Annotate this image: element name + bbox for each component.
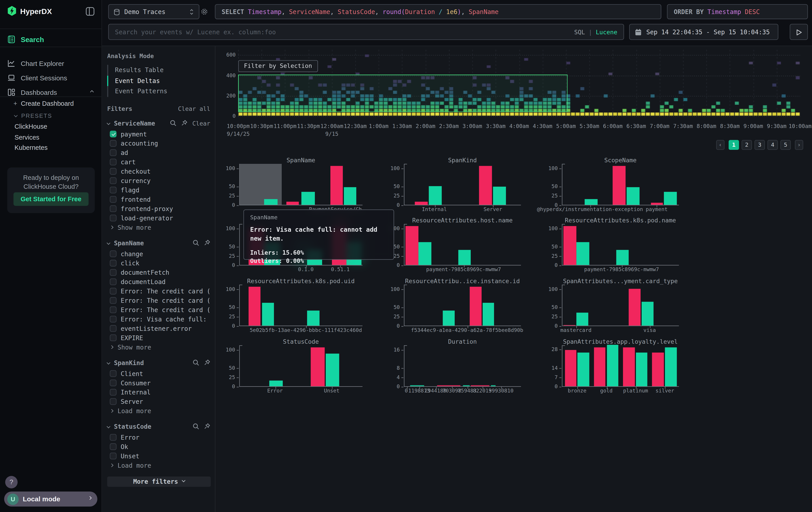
checkbox-unchecked[interactable] [110, 278, 117, 285]
checkbox-unchecked[interactable] [110, 389, 117, 396]
filter-option-error[interactable]: Error [107, 433, 210, 442]
filter-option-error-the-credit-card-[interactable]: Error: The credit card (… [107, 296, 210, 305]
load-more-button[interactable]: Load more [107, 406, 210, 415]
checkbox-unchecked[interactable] [110, 434, 117, 440]
outliers-bar[interactable] [613, 166, 626, 205]
inliers-bar[interactable] [443, 310, 455, 325]
inliers-bar[interactable] [576, 313, 588, 325]
inliers-bar[interactable] [429, 186, 442, 205]
filter-option-checkout[interactable]: checkout [107, 167, 210, 176]
outliers-bar[interactable] [249, 287, 261, 326]
heatmap-selection-box[interactable] [238, 75, 568, 112]
mode-results-table[interactable]: Results Table [107, 65, 210, 76]
inliers-bar[interactable] [264, 199, 278, 205]
inliers-bar[interactable] [607, 345, 618, 386]
page-button-3[interactable]: 3 [754, 140, 765, 150]
filter-option-expire[interactable]: EXPIRE [107, 333, 210, 342]
data-source-select[interactable]: Demo Traces [108, 4, 199, 19]
checkbox-unchecked[interactable] [110, 187, 117, 193]
filter-option-error-visa-cache-full-[interactable]: Error: Visa cache full: … [107, 315, 210, 324]
filter-option-unset[interactable]: Unset [107, 451, 210, 461]
get-started-button[interactable]: Get Started for Free [13, 192, 89, 206]
pin-icon[interactable] [204, 423, 210, 430]
checkbox-unchecked[interactable] [110, 380, 117, 386]
order-by-input[interactable]: ORDER BY Timestamp DESC [667, 4, 808, 19]
inliers-bar[interactable] [483, 303, 494, 326]
page-prev-button[interactable]: ‹ [716, 140, 724, 150]
filter-option-ad[interactable]: ad [107, 148, 210, 157]
outliers-bar[interactable] [415, 202, 428, 205]
filter-option-frontend-proxy[interactable]: frontend-proxy [107, 204, 210, 213]
outliers-bar[interactable] [629, 289, 640, 325]
inliers-bar[interactable] [344, 187, 356, 205]
preset-item-clickhouse[interactable]: ClickHouse [14, 123, 47, 130]
lucene-toggle[interactable]: Lucene [596, 28, 617, 36]
chart-plot[interactable] [404, 345, 521, 387]
search-icon[interactable] [170, 120, 177, 127]
chart-plot[interactable] [404, 224, 521, 265]
sidebar-collapse-icon[interactable] [85, 7, 95, 16]
outliers-bar[interactable] [594, 348, 605, 386]
filter-section-header-StatusCode[interactable]: StatusCode [107, 420, 210, 433]
page-next-button[interactable]: › [795, 140, 803, 150]
sql-toggle[interactable]: SQL [574, 28, 585, 36]
clear-all-button[interactable]: Clear all [178, 105, 210, 112]
search-input[interactable] [109, 24, 624, 39]
outliers-bar[interactable] [286, 202, 299, 205]
inliers-bar[interactable] [326, 354, 339, 386]
inliers-bar[interactable] [627, 187, 639, 205]
pin-icon[interactable] [181, 120, 188, 127]
inliers-bar[interactable] [642, 302, 653, 326]
checkbox-unchecked[interactable] [110, 288, 117, 295]
presets-toggle[interactable]: PRESETS [14, 112, 52, 119]
search-icon[interactable] [193, 359, 199, 366]
inliers-bar[interactable] [262, 303, 274, 326]
checkbox-unchecked[interactable] [110, 370, 117, 377]
chart-plot[interactable] [562, 345, 679, 387]
page-button-4[interactable]: 4 [767, 140, 778, 150]
checkbox-unchecked[interactable] [110, 159, 117, 165]
filter-option-payment[interactable]: payment [107, 129, 210, 139]
filter-option-eventlistener-error[interactable]: eventListener.error [107, 324, 210, 333]
checkbox-unchecked[interactable] [110, 306, 117, 313]
checkbox-unchecked[interactable] [110, 297, 117, 304]
checkbox-unchecked[interactable] [110, 260, 117, 266]
filter-option-cart[interactable]: cart [107, 157, 210, 167]
inliers-bar[interactable] [636, 353, 647, 386]
outliers-bar[interactable] [565, 350, 576, 386]
chart-plot[interactable] [239, 164, 362, 205]
sidebar-item-chart-explorer[interactable]: Chart Explorer [0, 56, 102, 71]
preset-item-services[interactable]: Services [14, 134, 39, 141]
filter-section-header-ServiceName[interactable]: ServiceNameClear [107, 117, 210, 129]
inliers-bar[interactable] [665, 348, 676, 386]
inliers-bar[interactable] [301, 192, 315, 205]
filter-option-documentfetch[interactable]: documentFetch [107, 268, 210, 277]
sql-select-input[interactable]: SELECT Timestamp, ServiceName, StatusCod… [215, 4, 662, 19]
inliers-bar[interactable] [616, 250, 629, 265]
filter-by-selection-button[interactable]: Filter by Selection [238, 60, 318, 72]
load-more-button[interactable]: Load more [107, 461, 210, 470]
chart-plot[interactable] [562, 164, 679, 205]
outliers-bar[interactable] [652, 353, 664, 386]
filter-option-client[interactable]: Client [107, 369, 210, 378]
search-icon[interactable] [193, 240, 199, 246]
local-mode-menu[interactable]: U Local mode [4, 491, 97, 507]
filter-option-error-the-credit-card-[interactable]: Error: The credit card (… [107, 305, 210, 315]
checkbox-unchecked[interactable] [110, 325, 117, 332]
outliers-bar[interactable] [563, 226, 577, 265]
inliers-bar[interactable] [493, 187, 506, 205]
chart-plot[interactable] [404, 285, 521, 326]
checkbox-checked[interactable] [110, 131, 117, 137]
mode-event-deltas[interactable]: Event Deltas [107, 76, 210, 86]
gear-icon[interactable] [200, 8, 208, 16]
show-more-button[interactable]: Show more [107, 223, 210, 232]
clear-section-button[interactable]: Clear [192, 119, 210, 127]
inliers-bar[interactable] [578, 353, 589, 386]
show-more-button[interactable]: Show more [107, 342, 210, 352]
chart-plot[interactable] [562, 224, 679, 265]
filter-option-frontend[interactable]: frontend [107, 195, 210, 204]
checkbox-unchecked[interactable] [110, 150, 117, 156]
checkbox-unchecked[interactable] [110, 205, 117, 212]
filter-option-server[interactable]: Server [107, 397, 210, 406]
chart-plot[interactable] [562, 285, 679, 326]
